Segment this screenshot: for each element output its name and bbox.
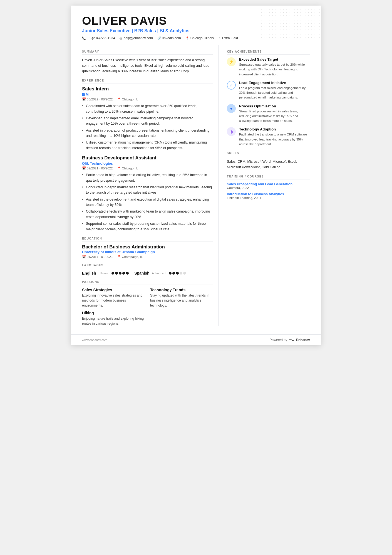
- contact-info: 📞 +1-(234)-555-1234 @ help@enhancv.com 🔗…: [82, 36, 310, 40]
- contact-linkedin: 🔗 linkedin.com: [157, 36, 181, 40]
- spanish-dots: [169, 272, 186, 275]
- experience-section-title: EXPERIENCE: [82, 79, 213, 83]
- achievement-2: ♥ Process Optimization Streamlined proce…: [227, 104, 310, 124]
- enhancv-logo-icon: [289, 338, 294, 342]
- passion-item-1: Technology Trends Staying updated with t…: [150, 288, 213, 308]
- achievement-icon-0: ⚡: [227, 57, 236, 66]
- bullet-item: Utilized customer relationship managemen…: [82, 140, 213, 151]
- english-dots: [111, 272, 129, 275]
- left-column: SUMMARY Driven Junior Sales Executive wi…: [82, 45, 219, 326]
- languages-section-title: LANGUAGES: [82, 264, 213, 268]
- job-bullets-0: Coordinated with senior sales team to ge…: [82, 103, 213, 151]
- edu-degree: Bachelor of Business Administration: [82, 244, 213, 250]
- bullet-item: Developed and implemented email marketin…: [82, 116, 213, 127]
- job-meta-0: 📅 06/2022 - 08/2022 📍 Chicago, IL: [82, 97, 213, 101]
- email-icon: @: [119, 36, 122, 40]
- education-section-title: EDUCATION: [82, 237, 213, 241]
- resume-page: OLIVER DAVIS Junior Sales Executive | B2…: [71, 6, 321, 345]
- passions-grid: Sales Strategies Exploring innovative sa…: [82, 288, 213, 326]
- achievement-text-0: Exceeded Sales Target Surpassed quarterl…: [239, 57, 310, 77]
- powered-by-text: Powered by: [270, 338, 287, 342]
- training-section-title: TRAINING / COURSES: [227, 175, 310, 179]
- achievement-3: ◎ Technology Adoption Facilitated the tr…: [227, 127, 310, 147]
- footer-logo: Powered by Enhancv: [270, 338, 310, 342]
- achievement-icon-1: ☆: [227, 81, 236, 90]
- contact-extra: ☆ Extra Field: [218, 36, 238, 40]
- edu-location: 📍 Champaign, IL: [117, 255, 143, 259]
- job-block-1: Business Development Assistant Qlik Tech…: [82, 155, 213, 232]
- languages-row: English Native Spanish Advanced: [82, 271, 213, 275]
- bullet-item: Conducted in-depth market research that …: [82, 185, 213, 196]
- edu-dates: 📅 01/2017 - 01/2021: [82, 255, 113, 259]
- job-location-1: 📍 Chicago, IL: [117, 166, 138, 170]
- star-icon: ☆: [218, 36, 221, 40]
- footer: www.enhancv.com Powered by Enhancv: [71, 334, 321, 345]
- achievement-0: ⚡ Exceeded Sales Target Surpassed quarte…: [227, 57, 310, 77]
- skills-section-title: SKILLS: [227, 152, 310, 156]
- job-meta-1: 📅 09/2021 - 05/2022 📍 Chicago, IL: [82, 166, 213, 170]
- achievement-text-3: Technology Adoption Facilitated the tran…: [239, 127, 310, 147]
- language-english: English Native: [82, 271, 129, 275]
- calendar-icon-edu: 📅: [82, 255, 86, 259]
- pin-icon-edu: 📍: [117, 255, 121, 259]
- training-source-0: Coursera, 2022: [227, 186, 310, 189]
- job-title-0: Sales Intern: [82, 86, 213, 92]
- header: OLIVER DAVIS Junior Sales Executive | B2…: [71, 6, 321, 45]
- location-icon: 📍: [185, 36, 189, 40]
- phone-icon: 📞: [82, 36, 86, 40]
- achievement-1: ☆ Lead Engagement Initiative Led a progr…: [227, 81, 310, 100]
- job-dates-0: 📅 06/2022 - 08/2022: [82, 97, 113, 101]
- achievement-text-2: Process Optimization Streamlined process…: [239, 104, 310, 124]
- training-item-1: Introduction to Business Analytics Linke…: [227, 192, 310, 199]
- achievement-icon-3: ◎: [227, 127, 236, 136]
- passion-item-0: Sales Strategies Exploring innovative sa…: [82, 288, 145, 308]
- language-spanish: Spanish Advanced: [134, 271, 186, 275]
- candidate-title: Junior Sales Executive | B2B Sales | BI …: [82, 28, 310, 33]
- skills-text: Sales, CRM, Microsoft Word, Microsoft Ex…: [227, 159, 310, 170]
- bullet-item: Collaborated effectively with marketing …: [82, 209, 213, 220]
- training-course-1: Introduction to Business Analytics: [227, 192, 310, 196]
- contact-location: 📍 Chicago, Illinois: [185, 36, 214, 40]
- contact-email: @ help@enhancv.com: [119, 36, 153, 40]
- achievements-section-title: KEY ACHIEVEMENTS: [227, 50, 310, 55]
- pin-icon-1: 📍: [117, 166, 121, 170]
- passions-section-title: PASSIONS: [82, 280, 213, 285]
- achievement-icon-2: ♥: [227, 104, 236, 113]
- job-title-1: Business Development Assistant: [82, 155, 213, 161]
- contact-phone: 📞 +1-(234)-555-1234: [82, 36, 115, 40]
- job-bullets-1: Participated in high-volume cold-calling…: [82, 172, 213, 232]
- achievement-text-1: Lead Engagement Initiative Led a program…: [239, 81, 310, 100]
- calendar-icon-0: 📅: [82, 97, 86, 101]
- bullet-item: Assisted in preparation of product prese…: [82, 128, 213, 139]
- bullet-item: Assisted in the development and executio…: [82, 197, 213, 208]
- edu-school: University of Illinois at Urbana-Champai…: [82, 250, 213, 254]
- linkedin-icon: 🔗: [157, 36, 161, 40]
- right-column: KEY ACHIEVEMENTS ⚡ Exceeded Sales Target…: [227, 45, 310, 326]
- passion-item-2: Hiking Enjoying nature trails and explor…: [82, 311, 145, 326]
- bullet-item: Participated in high-volume cold-calling…: [82, 172, 213, 183]
- bullet-item: Supported senior sales staff by preparin…: [82, 221, 213, 232]
- summary-text: Driven Junior Sales Executive with 1 yea…: [82, 57, 213, 74]
- summary-section-title: SUMMARY: [82, 50, 213, 55]
- edu-meta: 📅 01/2017 - 01/2021 📍 Champaign, IL: [82, 255, 213, 259]
- job-dates-1: 📅 09/2021 - 05/2022: [82, 166, 113, 170]
- company-name-1: Qlik Technologies: [82, 161, 213, 166]
- brand-name: Enhancv: [296, 338, 310, 342]
- pin-icon-0: 📍: [117, 97, 121, 101]
- main-content: SUMMARY Driven Junior Sales Executive wi…: [71, 45, 321, 334]
- company-name-0: IBM: [82, 92, 213, 97]
- job-block-0: Sales Intern IBM 📅 06/2022 - 08/2022 📍 C…: [82, 86, 213, 151]
- training-source-1: LinkedIn Learning, 2021: [227, 196, 310, 199]
- candidate-name: OLIVER DAVIS: [82, 14, 310, 27]
- bullet-item: Coordinated with senior sales team to ge…: [82, 103, 213, 114]
- footer-website: www.enhancv.com: [82, 338, 107, 342]
- calendar-icon-1: 📅: [82, 166, 86, 170]
- training-item-0: Sales Prospecting and Lead Generation Co…: [227, 182, 310, 189]
- training-course-0: Sales Prospecting and Lead Generation: [227, 182, 310, 186]
- job-location-0: 📍 Chicago, IL: [117, 97, 138, 101]
